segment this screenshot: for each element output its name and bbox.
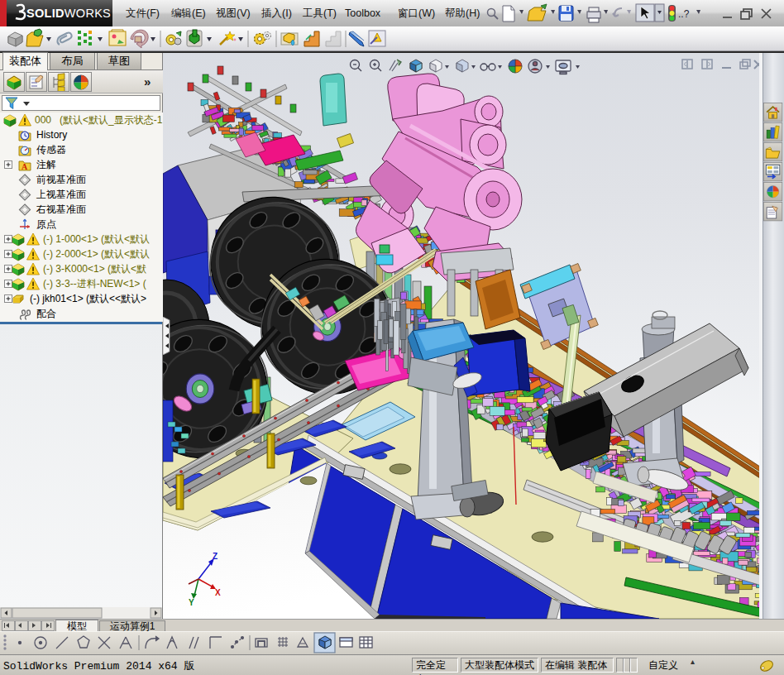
svg-text:..?: ..? [678,8,690,20]
svg-text:A: A [22,162,28,171]
svg-text:SOLIDWORKS: SOLIDWORKS [26,7,111,20]
svg-text:Y: Y [189,598,194,607]
svg-text:X: X [215,588,221,597]
svg-text:Z: Z [213,552,218,561]
